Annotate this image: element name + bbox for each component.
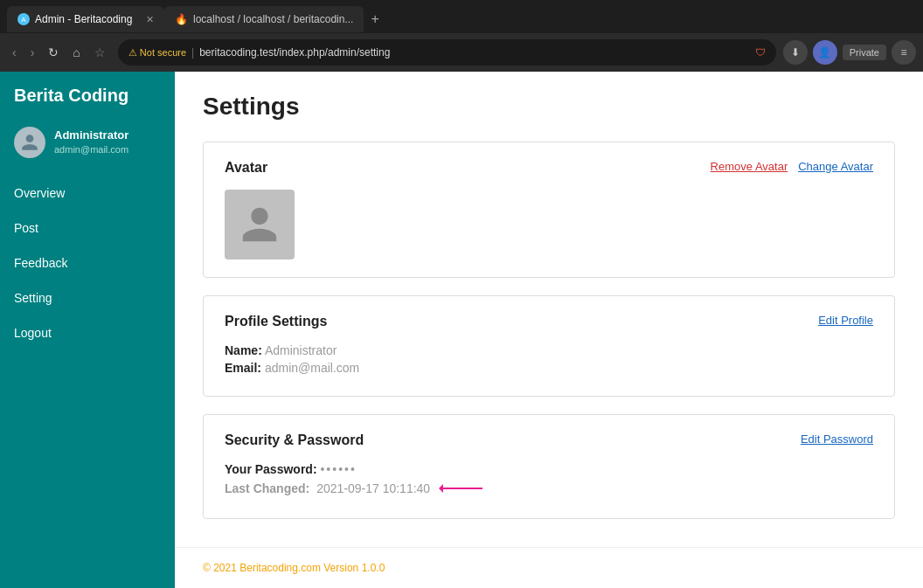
email-value: admin@mail.com [265,361,359,375]
avatar-card-header: Avatar Remove Avatar Change Avatar [225,160,873,176]
home-btn[interactable]: ⌂ [67,42,85,63]
sidebar-email: admin@mail.com [54,143,128,156]
avatar-actions: Remove Avatar Change Avatar [711,160,873,173]
app-container: Berita Coding Administrator admin@mail.c… [0,72,923,588]
private-badge[interactable]: Private [843,45,886,60]
security-warning-icon: ⚠ Not secure [128,47,186,59]
change-avatar-btn[interactable]: Change Avatar [798,160,873,173]
fire-icon: 🔥 [175,13,188,25]
page-title: Settings [203,93,895,121]
tab-favicon: A [17,13,30,25]
sidebar-item-feedback[interactable]: Feedback [0,246,175,280]
password-line: Your Password: •••••• [225,462,873,476]
tab-bar: A Admin - Beritacoding ✕ 🔥 localhost / l… [0,0,923,33]
security-card-header: Security & Password Edit Password [225,432,873,448]
download-btn[interactable]: ⬇ [783,40,808,65]
name-label: Name: [225,343,262,357]
profile-name-line: Name: Administrator [225,343,873,357]
new-tab-button[interactable]: + [364,11,385,27]
footer: © 2021 Beritacoding.com Version 1.0.0 [175,547,923,588]
bookmark-btn[interactable]: ☆ [89,42,111,63]
browser-window: A Admin - Beritacoding ✕ 🔥 localhost / l… [0,0,923,72]
sync-btn[interactable]: 👤 [813,40,837,65]
profile-card-title: Profile Settings [225,314,327,329]
reload-btn[interactable]: ↻ [43,42,64,63]
forward-btn[interactable]: › [25,42,40,63]
brave-shield-icon[interactable]: 🛡 [755,46,766,59]
avatar-card: Avatar Remove Avatar Change Avatar [203,142,895,278]
password-value: •••••• [320,462,356,476]
footer-text: © 2021 Beritacoding.com Version [203,562,362,574]
nav-right-controls: ⬇ 👤 Private ≡ [783,40,916,65]
profile-email-line: Email: admin@mail.com [225,361,873,375]
edit-profile-btn[interactable]: Edit Profile [818,314,873,327]
email-label: Email: [225,361,261,375]
arrow-indicator [439,480,491,497]
tab-label: Admin - Beritacoding [35,13,132,25]
sidebar-item-post[interactable]: Post [0,211,175,246]
main-content: Settings Avatar Remove Avatar Change Ava… [175,72,923,547]
password-label: Your Password: [225,462,317,476]
tab-localhost[interactable]: 🔥 localhost / localhost / beritacodin... [164,6,364,32]
remove-avatar-btn[interactable]: Remove Avatar [711,160,788,173]
svg-marker-1 [439,484,443,493]
tab-close-btn[interactable]: ✕ [146,14,154,25]
sidebar-item-setting[interactable]: Setting [0,280,175,315]
sidebar-item-overview[interactable]: Overview [0,176,175,211]
last-changed-wrapper: Last Changed: 2021-09-17 10:11:40 [225,481,430,495]
name-value: Administrator [265,343,337,357]
sidebar-username: Administrator [54,128,128,143]
address-separator: | [191,46,194,59]
profile-card: Profile Settings Edit Profile Name: Admi… [203,295,895,397]
menu-btn[interactable]: ≡ [892,40,916,65]
sidebar-item-logout[interactable]: Logout [0,315,175,350]
footer-version: 1.0.0 [362,562,385,574]
avatar [14,127,45,158]
tab-second-label: localhost / localhost / beritacodin... [193,13,353,25]
profile-card-header: Profile Settings Edit Profile [225,314,873,329]
user-details: Administrator admin@mail.com [54,128,128,156]
security-card-title: Security & Password [225,432,364,448]
avatar-card-title: Avatar [225,160,267,176]
arrow-icon [439,480,491,497]
sidebar-navigation: Overview Post Feedback Setting Logout [0,176,175,350]
address-url: beritacoding.test/index.php/admin/settin… [199,46,390,59]
last-changed-value: 2021-09-17 10:11:40 [316,481,430,495]
tab-admin[interactable]: A Admin - Beritacoding ✕ [7,6,164,32]
avatar-image-placeholder [225,190,295,259]
back-btn[interactable]: ‹ [7,42,22,63]
last-changed-line: Last Changed: 2021-09-17 10:11:40 [225,480,873,497]
last-changed-label: Last Changed: [225,481,309,495]
brand-title: Berita Coding [0,86,175,120]
edit-password-btn[interactable]: Edit Password [801,432,873,446]
sidebar: Berita Coding Administrator admin@mail.c… [0,72,175,588]
address-bar[interactable]: ⚠ Not secure | beritacoding.test/index.p… [118,39,776,66]
user-info-section: Administrator admin@mail.com [0,120,175,176]
nav-bar: ‹ › ↻ ⌂ ☆ ⚠ Not secure | beritacoding.te… [0,33,923,72]
security-card: Security & Password Edit Password Your P… [203,414,895,519]
